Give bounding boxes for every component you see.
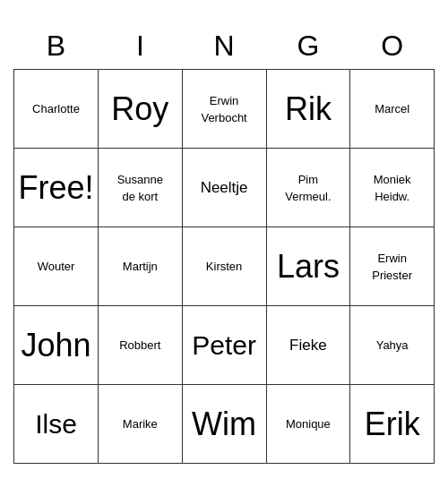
cell-text: Roy: [111, 90, 168, 127]
cell-text: Robbert: [119, 338, 160, 352]
bingo-cell: Kirsten: [182, 227, 266, 306]
cell-text: Neeltje: [201, 179, 248, 196]
cell-text: Fieke: [289, 337, 327, 354]
bingo-cell: Rik: [266, 70, 350, 149]
cell-text: MoniekHeidw.: [374, 173, 411, 203]
bingo-row: Free!Susannede kortNeeltjePimVermeul.Mon…: [14, 149, 435, 227]
cell-text: Free!: [18, 169, 93, 206]
bingo-cell: MoniekHeidw.: [350, 149, 435, 227]
bingo-cell: Yahya: [350, 306, 435, 385]
bingo-header-letter: B: [14, 23, 99, 70]
bingo-cell: Erik: [350, 385, 435, 464]
bingo-header-letter: I: [98, 23, 182, 70]
bingo-cell: Charlotte: [14, 70, 99, 149]
bingo-row: CharlotteRoyErwinVerbochtRikMarcel: [14, 70, 435, 149]
cell-text: Charlotte: [32, 102, 80, 115]
bingo-header-letter: O: [350, 23, 435, 70]
cell-text: Yahya: [376, 338, 409, 352]
bingo-cell: John: [14, 306, 99, 385]
cell-text: Wim: [192, 406, 256, 442]
bingo-cell: Monique: [266, 385, 350, 464]
bingo-cell: Free!: [14, 149, 99, 227]
cell-text: Ilse: [35, 409, 77, 439]
cell-text: Marike: [123, 417, 158, 431]
bingo-cell: ErwinVerbocht: [182, 70, 266, 149]
bingo-cell: Neeltje: [182, 149, 266, 227]
bingo-cell: Roy: [98, 70, 182, 149]
bingo-cell: Wouter: [14, 227, 99, 306]
cell-text: ErwinVerbocht: [201, 94, 246, 124]
cell-text: Lars: [277, 248, 340, 285]
bingo-cell: Peter: [182, 306, 266, 385]
cell-text: Peter: [192, 330, 256, 360]
bingo-cell: Robbert: [98, 306, 182, 385]
cell-text: John: [21, 327, 90, 363]
cell-text: Susannede kort: [117, 173, 163, 203]
cell-text: Rik: [285, 90, 332, 127]
cell-text: Marcel: [375, 102, 409, 115]
bingo-cell: PimVermeul.: [266, 149, 350, 227]
bingo-header-letter: N: [182, 23, 266, 70]
bingo-cell: Marike: [98, 385, 182, 464]
bingo-cell: Ilse: [14, 385, 99, 464]
bingo-cell: Susannede kort: [98, 149, 182, 227]
cell-text: Martijn: [123, 260, 158, 273]
cell-text: Kirsten: [206, 260, 242, 273]
cell-text: PimVermeul.: [285, 173, 331, 203]
bingo-cell: Martijn: [98, 227, 182, 306]
bingo-row: IlseMarikeWimMoniqueErik: [14, 385, 435, 464]
bingo-cell: Lars: [266, 227, 350, 306]
bingo-row: WouterMartijnKirstenLarsErwinPriester: [14, 227, 435, 306]
bingo-cell: Marcel: [350, 70, 435, 149]
cell-text: Wouter: [38, 260, 75, 273]
cell-text: ErwinPriester: [372, 252, 412, 282]
bingo-header-letter: G: [266, 23, 350, 70]
cell-text: Erik: [365, 406, 420, 442]
bingo-cell: Wim: [182, 385, 266, 464]
bingo-cell: ErwinPriester: [350, 227, 435, 306]
bingo-card: BINGO CharlotteRoyErwinVerbochtRikMarcel…: [13, 23, 435, 465]
bingo-row: JohnRobbertPeterFiekeYahya: [14, 306, 435, 385]
cell-text: Monique: [286, 417, 331, 431]
bingo-cell: Fieke: [266, 306, 350, 385]
